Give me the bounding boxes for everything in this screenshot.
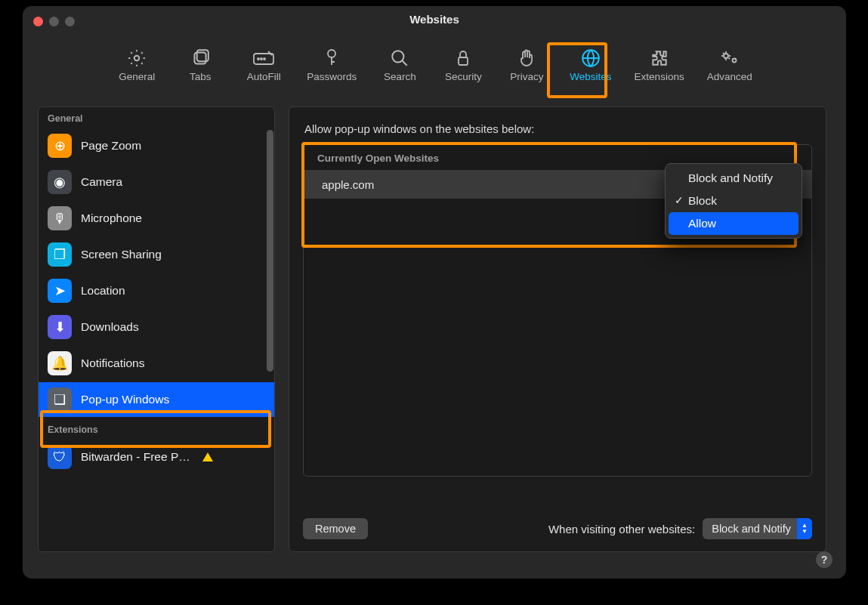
- key-icon: [320, 48, 343, 68]
- sidebar-item-label: Pop-up Windows: [81, 393, 169, 406]
- shield-icon: 🛡: [48, 445, 72, 469]
- sidebar-item-location[interactable]: ➤ Location: [39, 273, 274, 308]
- option-allow[interactable]: Allow: [669, 212, 798, 235]
- globe-icon: [579, 48, 602, 68]
- tab-label: Extensions: [635, 71, 684, 82]
- sidebar-item-label: Location: [81, 284, 125, 298]
- windows-icon: ❏: [48, 387, 72, 412]
- camera-icon: ◉: [48, 170, 72, 194]
- window-title: Websites: [23, 13, 846, 26]
- preferences-toolbar: General Tabs AutoFill Passwords Search S…: [23, 44, 846, 87]
- warning-icon: [202, 452, 213, 461]
- sidebar-item-page-zoom[interactable]: ⊕ Page Zoom: [39, 128, 274, 163]
- select-value: Block and Notify: [712, 523, 797, 535]
- svg-rect-2: [197, 50, 209, 61]
- sidebar-item-popups[interactable]: ❏ Pop-up Windows: [39, 382, 274, 417]
- sidebar-item-downloads[interactable]: ⬇ Downloads: [39, 310, 274, 344]
- sidebar-item-notifications[interactable]: 🔔 Notifications: [39, 346, 274, 381]
- tab-advanced[interactable]: Advanced: [701, 44, 758, 87]
- pane-heading: Allow pop-up windows on the websites bel…: [304, 122, 811, 135]
- puzzle-icon: [648, 48, 671, 68]
- sidebar-item-label: Screen Sharing: [81, 248, 162, 261]
- titlebar: Websites: [23, 6, 846, 27]
- sidebar-item-screen-sharing[interactable]: ❐ Screen Sharing: [39, 237, 274, 272]
- svg-point-8: [393, 51, 404, 62]
- tab-label: Websites: [570, 71, 611, 82]
- tab-label: Privacy: [510, 71, 543, 82]
- sidebar-scrollbar[interactable]: [265, 130, 274, 544]
- stepper-arrows-icon: ▲▼: [797, 518, 812, 539]
- tab-passwords[interactable]: Passwords: [301, 44, 363, 87]
- option-block[interactable]: Block: [669, 190, 798, 212]
- remove-button[interactable]: Remove: [303, 518, 368, 539]
- gear-icon: [125, 48, 148, 68]
- sidebar-item-label: Notifications: [81, 357, 144, 370]
- downloads-icon: ⬇: [48, 315, 72, 339]
- sidebar-item-label: Camera: [81, 175, 122, 189]
- website-domain: apple.com: [322, 178, 374, 191]
- sidebar-item-label: Page Zoom: [81, 139, 141, 153]
- sidebar: General ⊕ Page Zoom ◉ Camera 🎙 Microphon…: [38, 106, 275, 552]
- tab-label: Passwords: [307, 71, 357, 82]
- tab-general[interactable]: General: [110, 44, 163, 87]
- sidebar-item-microphone[interactable]: 🎙 Microphone: [39, 201, 274, 236]
- svg-point-6: [264, 58, 265, 60]
- tab-label: Tabs: [190, 71, 212, 82]
- svg-rect-1: [195, 52, 206, 63]
- zoom-icon: ⊕: [48, 134, 72, 158]
- sidebar-item-label: Microphone: [81, 211, 142, 225]
- default-permission-select[interactable]: Block and Notify ▲▼: [703, 518, 812, 539]
- autofill-icon: [252, 48, 275, 68]
- tab-extensions[interactable]: Extensions: [629, 44, 690, 87]
- svg-point-11: [724, 54, 728, 58]
- svg-point-4: [258, 58, 259, 60]
- sidebar-item-label: Bitwarden - Free P…: [81, 450, 190, 464]
- tab-search[interactable]: Search: [373, 44, 426, 87]
- content: General ⊕ Page Zoom ◉ Camera 🎙 Microphon…: [23, 87, 846, 569]
- main-pane: Allow pop-up windows on the websites bel…: [289, 106, 826, 552]
- pane-footer: Remove When visiting other websites: Blo…: [303, 518, 812, 539]
- lock-icon: [452, 48, 474, 68]
- help-button[interactable]: ?: [816, 551, 832, 568]
- tab-label: Advanced: [707, 71, 752, 82]
- tab-label: General: [119, 71, 155, 82]
- preferences-window: Websites General Tabs AutoFill Passwords…: [23, 6, 846, 579]
- sidebar-item-label: Downloads: [81, 320, 139, 334]
- tab-tabs[interactable]: Tabs: [174, 44, 227, 87]
- tabs-icon: [189, 48, 212, 68]
- sidebar-item-camera[interactable]: ◉ Camera: [39, 165, 274, 199]
- tab-label: AutoFill: [247, 71, 281, 82]
- bell-icon: 🔔: [48, 351, 72, 375]
- svg-point-0: [134, 56, 140, 61]
- option-block-and-notify[interactable]: Block and Notify: [669, 167, 798, 190]
- microphone-icon: 🎙: [48, 206, 72, 230]
- svg-rect-9: [459, 57, 468, 65]
- svg-point-12: [732, 59, 736, 63]
- hand-icon: [515, 48, 538, 68]
- search-icon: [388, 48, 411, 68]
- permission-dropdown-menu: Block and Notify Block Allow: [665, 163, 802, 239]
- tab-privacy[interactable]: Privacy: [500, 44, 553, 87]
- tab-label: Security: [445, 71, 482, 82]
- svg-point-5: [261, 58, 262, 60]
- svg-point-7: [328, 50, 335, 57]
- screen-sharing-icon: ❐: [48, 242, 72, 267]
- sidebar-group-label: Extensions: [39, 418, 274, 438]
- footer-label: When visiting other websites:: [548, 523, 695, 536]
- tab-autofill[interactable]: AutoFill: [237, 44, 290, 87]
- tab-websites[interactable]: Websites: [564, 44, 617, 87]
- websites-list: Currently Open Websites apple.com Block …: [303, 144, 812, 477]
- sidebar-group-label: General: [39, 107, 274, 127]
- tab-security[interactable]: Security: [437, 44, 490, 87]
- location-icon: ➤: [48, 279, 72, 303]
- scrollbar-thumb[interactable]: [267, 130, 273, 372]
- tab-label: Search: [384, 71, 416, 82]
- gears-icon: [718, 48, 741, 68]
- sidebar-item-bitwarden[interactable]: 🛡 Bitwarden - Free P…: [39, 440, 274, 474]
